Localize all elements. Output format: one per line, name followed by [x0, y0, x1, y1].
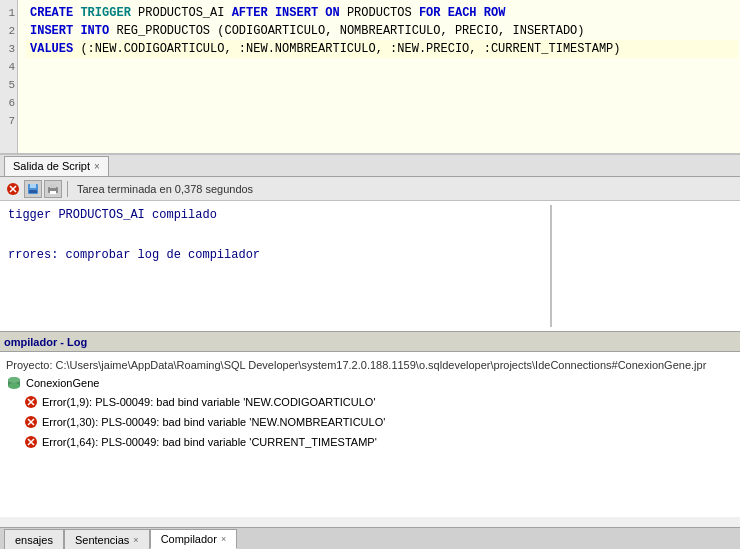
line-numbers: 1 2 3 4 5 6 7 — [0, 0, 18, 153]
script-output-panel: Salida de Script × — [0, 155, 740, 332]
keyword-create: CREATE — [30, 6, 73, 20]
svg-rect-7 — [50, 184, 56, 188]
script-output-tab-bar: Salida de Script × — [0, 155, 740, 177]
svg-point-12 — [8, 377, 20, 383]
error-line-3[interactable]: Error(1,64): PLS-00049: bad bind variabl… — [6, 432, 734, 452]
compiler-project-path: Proyecto: C:\Users\jaime\AppData\Roaming… — [6, 356, 734, 374]
error-text-1: Error(1,9): PLS-00049: bad bind variable… — [42, 392, 376, 412]
connection-icon — [6, 375, 22, 391]
script-output-tab-label: Salida de Script — [13, 160, 90, 172]
editor-line-4 — [26, 58, 738, 76]
editor-line-5 — [26, 76, 738, 94]
editor-line-3: VALUES (:NEW.CODIGOARTICULO, :NEW.NOMBRE… — [26, 40, 738, 58]
script-output-tab[interactable]: Salida de Script × — [4, 156, 109, 176]
output-line-3: rrores: comprobar log de compilador — [8, 245, 546, 265]
error-text-3: Error(1,64): PLS-00049: bad bind variabl… — [42, 432, 377, 452]
script-output-toolbar: Tarea terminada en 0,378 segundos — [0, 177, 740, 201]
connection-label: ConexionGene — [26, 374, 99, 392]
error-icon-2 — [24, 415, 38, 429]
svg-rect-8 — [50, 191, 56, 194]
compiler-log-title: ompilador - Log — [4, 336, 87, 348]
print-icon — [46, 182, 60, 196]
compiler-tab-bar: ompilador - Log — [0, 332, 740, 352]
output-content: tigger PRODUCTOS_AI compilado rrores: co… — [0, 201, 740, 331]
task-complete-label: Tarea terminada en 0,378 segundos — [77, 183, 253, 195]
output-line-2 — [8, 225, 546, 245]
svg-rect-4 — [30, 184, 36, 188]
keyword-values: VALUES — [30, 42, 73, 56]
save-button[interactable] — [24, 180, 42, 198]
svg-rect-5 — [29, 190, 37, 193]
project-label: Proyecto: C:\Users\jaime\AppData\Roaming… — [6, 359, 706, 371]
bottom-tab-bar: ensajes Sentencias × Compilador × — [0, 527, 740, 549]
error-line-1[interactable]: Error(1,9): PLS-00049: bad bind variable… — [6, 392, 734, 412]
main-container: 1 2 3 4 5 6 7 CREATE TRIGGER PRODUCTOS_A… — [0, 0, 740, 549]
output-line-1: tigger PRODUCTOS_AI compilado — [8, 205, 546, 225]
tab-mensajes-label: ensajes — [15, 534, 53, 546]
keyword-after-insert: AFTER INSERT ON — [232, 6, 340, 20]
editor-content[interactable]: CREATE TRIGGER PRODUCTOS_AI AFTER INSERT… — [20, 4, 738, 130]
output-side — [552, 205, 732, 327]
tab-sentencias-close[interactable]: × — [133, 535, 138, 545]
error-icon-1 — [24, 395, 38, 409]
keyword-trigger: TRIGGER — [80, 6, 130, 20]
clear-button[interactable] — [4, 180, 22, 198]
error-line-2[interactable]: Error(1,30): PLS-00049: bad bind variabl… — [6, 412, 734, 432]
script-output-tab-close[interactable]: × — [94, 161, 100, 172]
save-icon — [26, 182, 40, 196]
error-icon-3 — [24, 435, 38, 449]
editor-line-6 — [26, 94, 738, 112]
sql-editor-panel[interactable]: 1 2 3 4 5 6 7 CREATE TRIGGER PRODUCTOS_A… — [0, 0, 740, 155]
editor-line-7 — [26, 112, 738, 130]
print-button[interactable] — [44, 180, 62, 198]
connection-node: ConexionGene — [6, 374, 734, 392]
output-main: tigger PRODUCTOS_AI compilado rrores: co… — [8, 205, 552, 327]
toolbar-separator — [67, 181, 68, 197]
compiler-log-panel: ompilador - Log Proyecto: C:\Users\jaime… — [0, 332, 740, 549]
tab-compilador[interactable]: Compilador × — [150, 529, 238, 549]
keyword-insert: INSERT — [30, 24, 73, 38]
error-text-2: Error(1,30): PLS-00049: bad bind variabl… — [42, 412, 385, 432]
tab-mensajes[interactable]: ensajes — [4, 529, 64, 549]
keyword-for-each-row: FOR EACH ROW — [419, 6, 505, 20]
tab-compilador-label: Compilador — [161, 533, 217, 545]
editor-line-1: CREATE TRIGGER PRODUCTOS_AI AFTER INSERT… — [26, 4, 738, 22]
tab-sentencias[interactable]: Sentencias × — [64, 529, 150, 549]
compiler-content: Proyecto: C:\Users\jaime\AppData\Roaming… — [0, 352, 740, 517]
tab-sentencias-label: Sentencias — [75, 534, 129, 546]
keyword-into: INTO — [80, 24, 109, 38]
svg-point-11 — [8, 383, 20, 389]
editor-line-2: INSERT INTO REG_PRODUCTOS (CODIGOARTICUL… — [26, 22, 738, 40]
tab-compilador-close[interactable]: × — [221, 534, 226, 544]
clear-icon — [6, 182, 20, 196]
